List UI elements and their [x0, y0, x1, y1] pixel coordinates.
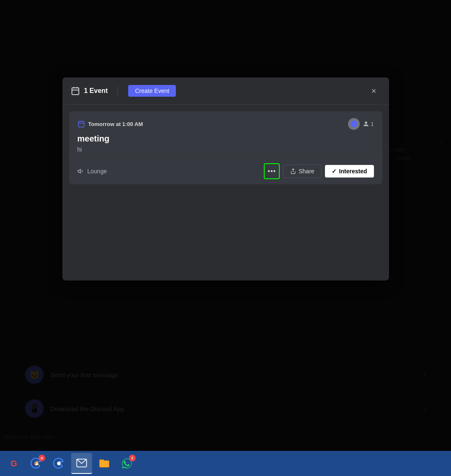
event-card-top: Tomorrow at 1:00 AM 1	[69, 111, 382, 158]
share-label: Share	[299, 168, 314, 175]
person-icon	[363, 121, 369, 127]
taskbar-item-chrome-1[interactable]: A	[26, 453, 47, 474]
whatsapp-badge: 1	[129, 455, 136, 461]
taskbar-item-chrome-2[interactable]	[49, 453, 70, 474]
event-description: hi	[77, 146, 374, 153]
close-button[interactable]: ×	[367, 84, 381, 98]
share-button[interactable]: Share	[283, 165, 321, 178]
chrome-2-icon	[53, 458, 65, 469]
taskbar-item-folder[interactable]	[94, 453, 115, 474]
more-options-button[interactable]: •••	[264, 163, 280, 179]
taskbar: G A 1	[0, 451, 451, 476]
speaker-icon	[77, 168, 84, 175]
modal-header: 1 Event Create Event ×	[62, 77, 389, 105]
calendar-icon	[71, 86, 80, 95]
event-calendar-icon	[77, 120, 85, 128]
interested-button[interactable]: ✓ Interested	[325, 165, 374, 178]
svg-rect-4	[78, 121, 84, 127]
taskbar-item-red[interactable]: G	[3, 453, 24, 474]
folder-icon	[98, 458, 110, 469]
event-time: Tomorrow at 1:00 AM	[88, 121, 143, 127]
location-name: Lounge	[88, 168, 107, 175]
event-location: Lounge	[77, 168, 107, 175]
modal-header-left: 1 Event Create Event	[71, 85, 176, 97]
modal-title: 1 Event	[84, 87, 108, 95]
modal-overlay: 1 Event Create Event ×	[0, 0, 451, 476]
attendee-number: 1	[371, 121, 374, 127]
svg-rect-0	[72, 88, 79, 95]
mail-icon	[76, 457, 88, 469]
share-icon	[290, 168, 296, 174]
taskbar-item-whatsapp[interactable]: 1	[116, 453, 137, 474]
event-card: Tomorrow at 1:00 AM 1	[69, 111, 382, 184]
interested-label: Interested	[339, 168, 367, 175]
create-event-button[interactable]: Create Event	[128, 85, 176, 97]
event-time-right: 1	[348, 118, 374, 130]
event-actions: ••• Share ✓	[264, 163, 374, 179]
check-icon: ✓	[332, 168, 337, 175]
taskbar-item-mail[interactable]	[71, 453, 92, 474]
event-time-row: Tomorrow at 1:00 AM 1	[77, 118, 374, 130]
header-divider	[118, 87, 118, 95]
chrome-badge-1: A	[39, 455, 45, 461]
event-title: meeting	[77, 134, 374, 144]
event-time-left: Tomorrow at 1:00 AM	[77, 120, 143, 128]
svg-marker-8	[78, 169, 80, 173]
attendee-count: 1	[363, 121, 374, 127]
events-modal: 1 Event Create Event ×	[62, 77, 389, 280]
event-card-bottom: Lounge ••• Share	[69, 158, 382, 184]
modal-body: Tomorrow at 1:00 AM 1	[62, 105, 389, 280]
avatar-inner	[350, 121, 357, 127]
avatar	[348, 118, 360, 130]
